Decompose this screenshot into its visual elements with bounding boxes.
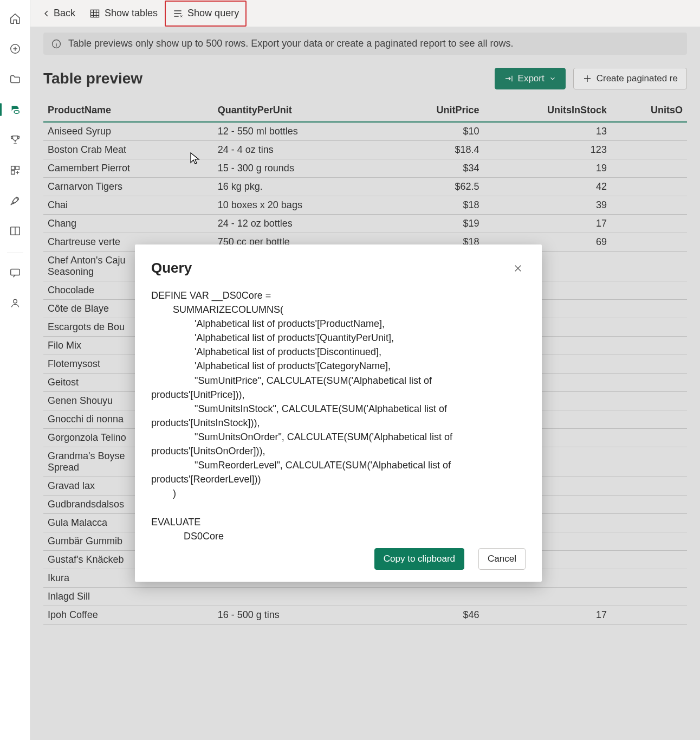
info-icon: [51, 38, 62, 49]
table-cell: 16 - 500 g tins: [213, 606, 387, 625]
create-report-label: Create paginated re: [597, 73, 678, 84]
close-button[interactable]: [510, 261, 526, 276]
table-cell: [611, 122, 687, 141]
create-report-button[interactable]: Create paginated re: [573, 68, 687, 89]
table-cell: Chai: [43, 196, 213, 215]
column-header[interactable]: UnitsInStock: [484, 99, 611, 122]
svg-rect-4: [11, 171, 14, 174]
table-cell: [611, 196, 687, 215]
table-row[interactable]: Ipoh Coffee16 - 500 g tins$4617: [43, 606, 687, 625]
table-cell: $62.5: [387, 178, 483, 196]
nav-rocket-icon[interactable]: [4, 190, 26, 211]
nav-apps-icon[interactable]: [4, 159, 26, 181]
nav-account-icon[interactable]: [4, 292, 26, 314]
table-cell: [611, 532, 687, 551]
table-cell: Boston Crab Meat: [43, 141, 213, 159]
table-cell: 17: [484, 606, 611, 625]
table-cell: 16 kg pkg.: [213, 178, 387, 196]
column-header[interactable]: UnitPrice: [387, 99, 483, 122]
table-cell: [611, 447, 687, 477]
left-nav-rail: [0, 0, 30, 740]
nav-chat-icon[interactable]: [4, 262, 26, 284]
svg-rect-3: [15, 166, 18, 170]
show-tables-button[interactable]: Show tables: [82, 1, 165, 27]
nav-add-icon[interactable]: [4, 38, 26, 60]
table-cell: Inlagd Sill: [43, 588, 213, 606]
table-cell: [611, 337, 687, 355]
table-cell: [611, 477, 687, 496]
export-button[interactable]: Export: [495, 68, 566, 89]
table-row[interactable]: Carnarvon Tigers16 kg pkg.$62.542: [43, 178, 687, 196]
table-cell: Camembert Pierrot: [43, 159, 213, 178]
info-banner: Table previews only show up to 500 rows.…: [43, 33, 687, 55]
table-cell: 17: [484, 215, 611, 233]
nav-home-icon[interactable]: [4, 8, 26, 29]
table-cell: 13: [484, 122, 611, 141]
column-header[interactable]: QuantityPerUnit: [213, 99, 387, 122]
table-cell: [387, 588, 483, 606]
table-cell: [611, 252, 687, 281]
table-cell: 42: [484, 178, 611, 196]
table-cell: [611, 410, 687, 429]
query-text[interactable]: DEFINE VAR __DS0Core = SUMMARIZECOLUMNS(…: [151, 288, 526, 540]
table-cell: [611, 496, 687, 514]
show-query-label: Show query: [187, 8, 239, 19]
nav-folder-icon[interactable]: [4, 68, 26, 90]
table-cell: [611, 281, 687, 300]
table-cell: [611, 300, 687, 318]
table-cell: [484, 588, 611, 606]
back-button[interactable]: Back: [36, 1, 82, 27]
plus-icon: [582, 74, 592, 83]
table-cell: [611, 233, 687, 252]
chevron-down-icon: [549, 75, 556, 82]
table-row[interactable]: Chai10 boxes x 20 bags$1839: [43, 196, 687, 215]
export-icon: [504, 74, 514, 83]
table-cell: 24 - 4 oz tins: [213, 141, 387, 159]
svg-point-1: [14, 111, 19, 114]
table-cell: [611, 606, 687, 625]
table-cell: [611, 159, 687, 178]
nav-panels-icon[interactable]: [4, 220, 26, 242]
table-cell: 19: [484, 159, 611, 178]
table-cell: [611, 374, 687, 392]
column-header[interactable]: UnitsO: [611, 99, 687, 122]
show-query-button[interactable]: Show query: [165, 1, 247, 27]
table-cell: [611, 514, 687, 532]
export-label: Export: [518, 73, 545, 84]
nav-data-icon[interactable]: [4, 99, 26, 120]
svg-point-7: [13, 299, 17, 303]
table-cell: [611, 588, 687, 606]
table-cell: Aniseed Syrup: [43, 122, 213, 141]
table-cell: 39: [484, 196, 611, 215]
cancel-button[interactable]: Cancel: [478, 548, 526, 570]
table-cell: $18: [387, 196, 483, 215]
nav-trophy-icon[interactable]: [4, 129, 26, 151]
table-row[interactable]: Chang24 - 12 oz bottles$1917: [43, 215, 687, 233]
svg-rect-6: [10, 269, 20, 275]
table-cell: Ipoh Coffee: [43, 606, 213, 625]
back-label: Back: [54, 8, 75, 19]
table-cell: [611, 392, 687, 410]
table-cell: Chang: [43, 215, 213, 233]
modal-title: Query: [151, 260, 510, 276]
table-cell: 123: [484, 141, 611, 159]
table-row[interactable]: Inlagd Sill: [43, 588, 687, 606]
table-row[interactable]: Camembert Pierrot15 - 300 g rounds$3419: [43, 159, 687, 178]
table-cell: 12 - 550 ml bottles: [213, 122, 387, 141]
top-toolbar: Back Show tables Show query: [30, 0, 700, 27]
table-cell: [611, 141, 687, 159]
copy-label: Copy to clipboard: [384, 554, 455, 564]
column-header[interactable]: ProductName: [43, 99, 213, 122]
table-cell: $18.4: [387, 141, 483, 159]
table-cell: 15 - 300 g rounds: [213, 159, 387, 178]
page-title: Table preview: [43, 70, 495, 87]
svg-rect-8: [91, 10, 99, 17]
copy-button[interactable]: Copy to clipboard: [374, 548, 464, 570]
table-cell: 10 boxes x 20 bags: [213, 196, 387, 215]
svg-rect-2: [11, 166, 14, 170]
table-cell: [611, 178, 687, 196]
table-cell: $34: [387, 159, 483, 178]
table-row[interactable]: Boston Crab Meat24 - 4 oz tins$18.4123: [43, 141, 687, 159]
table-row[interactable]: Aniseed Syrup12 - 550 ml bottles$1013: [43, 122, 687, 141]
table-cell: $10: [387, 122, 483, 141]
